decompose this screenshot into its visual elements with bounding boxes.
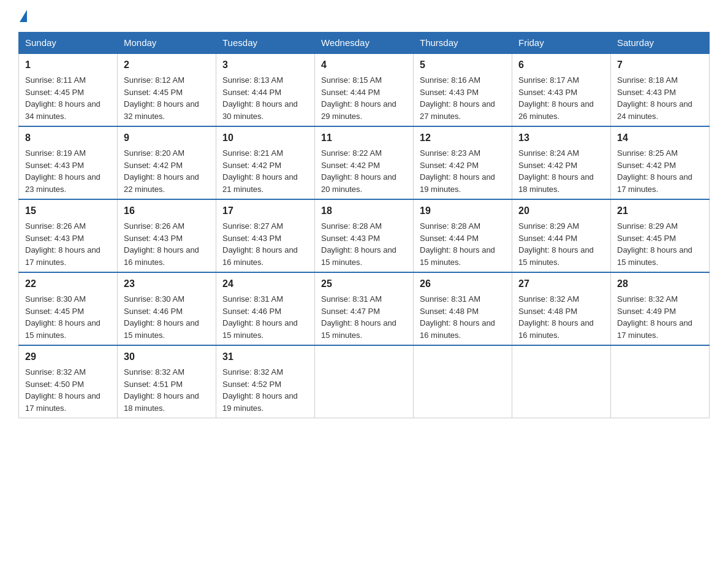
calendar-day-cell: 20Sunrise: 8:29 AMSunset: 4:44 PMDayligh…	[512, 199, 611, 272]
day-number: 27	[518, 277, 604, 291]
day-number: 24	[222, 277, 308, 291]
logo-triangle-icon	[20, 10, 27, 22]
day-info: Sunrise: 8:17 AMSunset: 4:43 PMDaylight:…	[518, 75, 594, 121]
day-number: 2	[124, 58, 210, 72]
day-info: Sunrise: 8:20 AMSunset: 4:42 PMDaylight:…	[124, 148, 199, 194]
day-number: 3	[222, 58, 308, 72]
calendar-week-row: 22Sunrise: 8:30 AMSunset: 4:45 PMDayligh…	[19, 272, 710, 345]
day-info: Sunrise: 8:11 AMSunset: 4:45 PMDaylight:…	[25, 75, 100, 121]
day-number: 28	[617, 277, 703, 291]
day-info: Sunrise: 8:31 AMSunset: 4:47 PMDaylight:…	[321, 294, 396, 340]
day-info: Sunrise: 8:29 AMSunset: 4:45 PMDaylight:…	[617, 221, 692, 267]
day-number: 19	[420, 204, 506, 218]
calendar-week-row: 29Sunrise: 8:32 AMSunset: 4:50 PMDayligh…	[19, 345, 710, 418]
day-number: 20	[518, 204, 604, 218]
day-number: 13	[518, 131, 604, 145]
day-info: Sunrise: 8:19 AMSunset: 4:43 PMDaylight:…	[25, 148, 100, 194]
calendar-day-cell: 10Sunrise: 8:21 AMSunset: 4:42 PMDayligh…	[216, 126, 315, 199]
calendar-day-cell: 25Sunrise: 8:31 AMSunset: 4:47 PMDayligh…	[315, 272, 414, 345]
calendar-day-cell: 16Sunrise: 8:26 AMSunset: 4:43 PMDayligh…	[118, 199, 216, 272]
day-number: 18	[321, 204, 407, 218]
day-info: Sunrise: 8:26 AMSunset: 4:43 PMDaylight:…	[124, 221, 199, 267]
day-number: 1	[25, 58, 111, 72]
day-info: Sunrise: 8:15 AMSunset: 4:44 PMDaylight:…	[321, 75, 396, 121]
calendar-day-cell: 2Sunrise: 8:12 AMSunset: 4:45 PMDaylight…	[118, 53, 216, 126]
weekday-header-saturday: Saturday	[611, 33, 710, 54]
day-info: Sunrise: 8:32 AMSunset: 4:52 PMDaylight:…	[222, 367, 298, 413]
day-number: 12	[420, 131, 506, 145]
day-number: 21	[617, 204, 703, 218]
day-number: 16	[124, 204, 210, 218]
day-number: 25	[321, 277, 407, 291]
calendar-day-cell: 5Sunrise: 8:16 AMSunset: 4:43 PMDaylight…	[414, 53, 512, 126]
day-info: Sunrise: 8:32 AMSunset: 4:48 PMDaylight:…	[518, 294, 594, 340]
calendar-day-cell: 18Sunrise: 8:28 AMSunset: 4:43 PMDayligh…	[315, 199, 414, 272]
calendar-day-cell: 28Sunrise: 8:32 AMSunset: 4:49 PMDayligh…	[611, 272, 710, 345]
weekday-header-row: SundayMondayTuesdayWednesdayThursdayFrid…	[19, 33, 710, 54]
day-number: 4	[321, 58, 407, 72]
day-info: Sunrise: 8:16 AMSunset: 4:43 PMDaylight:…	[420, 75, 495, 121]
day-number: 30	[124, 350, 210, 364]
day-info: Sunrise: 8:28 AMSunset: 4:44 PMDaylight:…	[420, 221, 495, 267]
day-number: 14	[617, 131, 703, 145]
calendar-day-cell: 19Sunrise: 8:28 AMSunset: 4:44 PMDayligh…	[414, 199, 512, 272]
calendar-day-cell	[414, 345, 512, 418]
day-number: 11	[321, 131, 407, 145]
calendar-week-row: 15Sunrise: 8:26 AMSunset: 4:43 PMDayligh…	[19, 199, 710, 272]
day-number: 17	[222, 204, 308, 218]
page-header	[18, 12, 710, 22]
day-number: 5	[420, 58, 506, 72]
calendar-day-cell: 3Sunrise: 8:13 AMSunset: 4:44 PMDaylight…	[216, 53, 315, 126]
calendar-day-cell: 21Sunrise: 8:29 AMSunset: 4:45 PMDayligh…	[611, 199, 710, 272]
day-number: 22	[25, 277, 111, 291]
day-info: Sunrise: 8:25 AMSunset: 4:42 PMDaylight:…	[617, 148, 692, 194]
weekday-header-tuesday: Tuesday	[216, 33, 315, 54]
weekday-header-friday: Friday	[512, 33, 611, 54]
calendar-day-cell: 7Sunrise: 8:18 AMSunset: 4:43 PMDaylight…	[611, 53, 710, 126]
calendar-day-cell: 26Sunrise: 8:31 AMSunset: 4:48 PMDayligh…	[414, 272, 512, 345]
calendar-day-cell: 24Sunrise: 8:31 AMSunset: 4:46 PMDayligh…	[216, 272, 315, 345]
calendar-week-row: 1Sunrise: 8:11 AMSunset: 4:45 PMDaylight…	[19, 53, 710, 126]
calendar-day-cell: 30Sunrise: 8:32 AMSunset: 4:51 PMDayligh…	[118, 345, 216, 418]
calendar-day-cell: 14Sunrise: 8:25 AMSunset: 4:42 PMDayligh…	[611, 126, 710, 199]
calendar-day-cell: 1Sunrise: 8:11 AMSunset: 4:45 PMDaylight…	[19, 53, 118, 126]
calendar-day-cell: 27Sunrise: 8:32 AMSunset: 4:48 PMDayligh…	[512, 272, 611, 345]
day-info: Sunrise: 8:29 AMSunset: 4:44 PMDaylight:…	[518, 221, 594, 267]
calendar-day-cell: 17Sunrise: 8:27 AMSunset: 4:43 PMDayligh…	[216, 199, 315, 272]
calendar-day-cell: 15Sunrise: 8:26 AMSunset: 4:43 PMDayligh…	[19, 199, 118, 272]
day-info: Sunrise: 8:30 AMSunset: 4:46 PMDaylight:…	[124, 294, 199, 340]
day-info: Sunrise: 8:23 AMSunset: 4:42 PMDaylight:…	[420, 148, 495, 194]
day-number: 8	[25, 131, 111, 145]
day-info: Sunrise: 8:30 AMSunset: 4:45 PMDaylight:…	[25, 294, 100, 340]
day-info: Sunrise: 8:13 AMSunset: 4:44 PMDaylight:…	[222, 75, 298, 121]
day-info: Sunrise: 8:32 AMSunset: 4:50 PMDaylight:…	[25, 367, 100, 413]
weekday-header-wednesday: Wednesday	[315, 33, 414, 54]
day-info: Sunrise: 8:21 AMSunset: 4:42 PMDaylight:…	[222, 148, 298, 194]
calendar-day-cell: 11Sunrise: 8:22 AMSunset: 4:42 PMDayligh…	[315, 126, 414, 199]
weekday-header-thursday: Thursday	[414, 33, 512, 54]
calendar-day-cell: 29Sunrise: 8:32 AMSunset: 4:50 PMDayligh…	[19, 345, 118, 418]
day-number: 6	[518, 58, 604, 72]
calendar-week-row: 8Sunrise: 8:19 AMSunset: 4:43 PMDaylight…	[19, 126, 710, 199]
day-info: Sunrise: 8:31 AMSunset: 4:48 PMDaylight:…	[420, 294, 495, 340]
calendar-day-cell: 22Sunrise: 8:30 AMSunset: 4:45 PMDayligh…	[19, 272, 118, 345]
day-info: Sunrise: 8:28 AMSunset: 4:43 PMDaylight:…	[321, 221, 396, 267]
day-number: 31	[222, 350, 308, 364]
day-info: Sunrise: 8:22 AMSunset: 4:42 PMDaylight:…	[321, 148, 396, 194]
weekday-header-monday: Monday	[118, 33, 216, 54]
day-number: 10	[222, 131, 308, 145]
logo	[18, 12, 27, 22]
calendar-day-cell: 6Sunrise: 8:17 AMSunset: 4:43 PMDaylight…	[512, 53, 611, 126]
day-number: 7	[617, 58, 703, 72]
day-info: Sunrise: 8:18 AMSunset: 4:43 PMDaylight:…	[617, 75, 692, 121]
day-number: 15	[25, 204, 111, 218]
day-number: 29	[25, 350, 111, 364]
calendar-day-cell: 12Sunrise: 8:23 AMSunset: 4:42 PMDayligh…	[414, 126, 512, 199]
calendar-day-cell: 8Sunrise: 8:19 AMSunset: 4:43 PMDaylight…	[19, 126, 118, 199]
day-info: Sunrise: 8:31 AMSunset: 4:46 PMDaylight:…	[222, 294, 298, 340]
calendar-day-cell: 4Sunrise: 8:15 AMSunset: 4:44 PMDaylight…	[315, 53, 414, 126]
day-number: 26	[420, 277, 506, 291]
day-number: 23	[124, 277, 210, 291]
calendar-day-cell: 31Sunrise: 8:32 AMSunset: 4:52 PMDayligh…	[216, 345, 315, 418]
day-info: Sunrise: 8:32 AMSunset: 4:49 PMDaylight:…	[617, 294, 692, 340]
